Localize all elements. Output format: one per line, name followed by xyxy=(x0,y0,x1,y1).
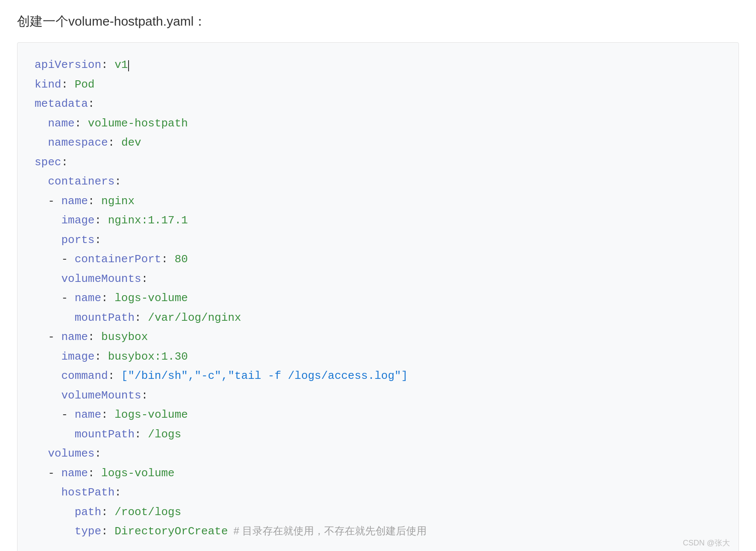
colon: : xyxy=(161,253,174,266)
val-container-port: 80 xyxy=(175,253,188,266)
code-block: apiVersion: v1 kind: Pod metadata: name:… xyxy=(17,42,739,551)
key-kind: kind xyxy=(35,78,61,91)
key-namespace: namespace xyxy=(48,136,108,149)
colon: : xyxy=(135,311,148,324)
colon: : xyxy=(101,506,114,519)
val-name: volume-hostpath xyxy=(88,117,188,130)
code-line-busybox-image: image: busybox:1.30 xyxy=(35,347,721,367)
key-spec: spec xyxy=(35,156,61,169)
colon: : xyxy=(94,214,108,227)
key-busybox-image: image xyxy=(61,350,94,363)
val-mp2: /logs xyxy=(148,428,181,441)
key-vol-name: name xyxy=(61,467,88,480)
key-vm2: volumeMounts xyxy=(61,389,141,402)
page-title: 创建一个volume-hostpath.yaml： xyxy=(17,13,739,30)
key-name: name xyxy=(48,117,74,130)
key-volumes: volumes xyxy=(48,447,94,460)
key-mp1: mountPath xyxy=(75,311,135,324)
colon: : xyxy=(94,234,101,246)
code-line-nginx-image: image: nginx:1.17.1 xyxy=(35,211,721,231)
code-line-path: path: /root/logs xyxy=(35,503,721,522)
colon: : xyxy=(88,331,101,343)
code-line-containers: containers: xyxy=(35,172,721,192)
colon: : xyxy=(141,273,148,285)
val-nginx-image: nginx:1.17.1 xyxy=(108,214,188,227)
code-line-nginx-name: - name: nginx xyxy=(35,192,721,211)
key-type: type xyxy=(75,525,101,538)
key-path: path xyxy=(75,506,101,519)
colon: : xyxy=(94,350,108,363)
val-vm2-name: logs-volume xyxy=(114,408,188,421)
code-line-namespace: namespace: dev xyxy=(35,133,721,153)
colon: : xyxy=(108,369,121,382)
colon: : xyxy=(101,408,114,421)
val-vol-name: logs-volume xyxy=(101,467,175,480)
code-line-ports: ports: xyxy=(35,231,721,250)
code-line-busybox-name: - name: busybox xyxy=(35,328,721,347)
val-busybox-image: busybox:1.30 xyxy=(108,350,188,363)
key-hostpath: hostPath xyxy=(61,486,114,499)
page-container: 创建一个volume-hostpath.yaml： apiVersion: v1… xyxy=(0,0,756,551)
colon: : xyxy=(88,97,95,110)
colon: : xyxy=(114,175,121,188)
colon: : xyxy=(101,59,114,71)
key-vm1-name: name xyxy=(75,292,101,305)
key-command: command xyxy=(61,369,108,382)
val-path: /root/logs xyxy=(114,506,181,519)
colon: : xyxy=(88,467,101,480)
colon: : xyxy=(61,78,74,91)
val-apiversion: v1 xyxy=(114,59,128,71)
code-line-spec: spec: xyxy=(35,153,721,173)
key-nginx-image: image xyxy=(61,214,94,227)
key-apiversion: apiVersion xyxy=(35,59,101,71)
colon: : xyxy=(88,195,101,208)
val-type: DirectoryOrCreate xyxy=(114,525,228,538)
val-mp1: /var/log/nginx xyxy=(148,311,241,324)
code-line-apiversion: apiVersion: v1 xyxy=(35,56,721,75)
code-line-mp2: mountPath: /logs xyxy=(35,425,721,445)
key-busybox-name: name xyxy=(61,331,88,343)
code-line-vm1: volumeMounts: xyxy=(35,270,721,289)
code-line-volumes: volumes: xyxy=(35,444,721,464)
colon: : xyxy=(135,428,148,441)
code-line-vm1-name: - name: logs-volume xyxy=(35,289,721,308)
code-line-container-port: - containerPort: 80 xyxy=(35,250,721,270)
colon: : xyxy=(108,136,121,149)
code-line-vm2: volumeMounts: xyxy=(35,386,721,406)
val-kind: Pod xyxy=(75,78,95,91)
key-metadata: metadata xyxy=(35,97,88,110)
val-command: ["/bin/sh","-c","tail -f /logs/access.lo… xyxy=(121,369,408,382)
comment-type: # 目录存在就使用，不存在就先创建后使用 xyxy=(228,525,427,536)
val-namespace: dev xyxy=(121,136,141,149)
code-line-hostpath: hostPath: xyxy=(35,483,721,503)
val-vm1-name: logs-volume xyxy=(114,292,188,305)
key-vm2-name: name xyxy=(75,408,101,421)
key-nginx-name: name xyxy=(61,195,88,208)
val-nginx-name: nginx xyxy=(101,195,135,208)
key-vm1: volumeMounts xyxy=(61,273,141,285)
key-mp2: mountPath xyxy=(75,428,135,441)
code-line-command: command: ["/bin/sh","-c","tail -f /logs/… xyxy=(35,366,721,386)
code-line-kind: kind: Pod xyxy=(35,75,721,95)
colon: : xyxy=(61,156,68,169)
val-busybox-name: busybox xyxy=(101,331,148,343)
text-cursor xyxy=(128,60,129,71)
colon: : xyxy=(101,292,114,305)
watermark: CSDN @张大 xyxy=(683,536,730,550)
colon: : xyxy=(114,486,121,499)
code-line-vm2-name: - name: logs-volume xyxy=(35,405,721,425)
code-line-vol-name: - name: logs-volume xyxy=(35,464,721,484)
code-line-mp1: mountPath: /var/log/nginx xyxy=(35,308,721,328)
key-containers: containers xyxy=(48,175,114,188)
code-line-name: name: volume-hostpath xyxy=(35,114,721,134)
key-container-port: containerPort xyxy=(75,253,161,266)
colon: : xyxy=(94,447,101,460)
code-line-type: type: DirectoryOrCreate # 目录存在就使用，不存在就先创… xyxy=(35,522,721,542)
colon: : xyxy=(101,525,114,538)
key-ports: ports xyxy=(61,234,94,246)
code-line-metadata: metadata: xyxy=(35,94,721,114)
colon: : xyxy=(75,117,88,130)
colon: : xyxy=(141,389,148,402)
